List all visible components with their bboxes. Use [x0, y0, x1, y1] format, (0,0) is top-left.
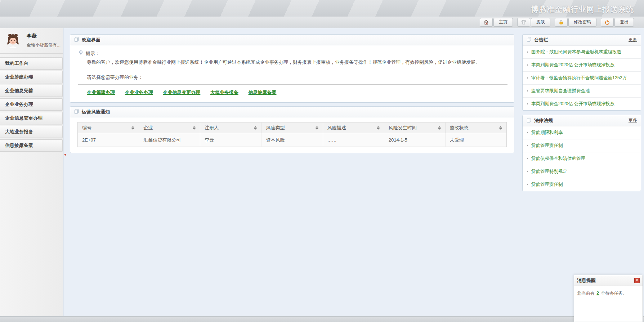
risk-table-cell: 汇鑫信贷有限公司 [139, 133, 200, 147]
law-link[interactable]: 贷款期限和利率 [531, 130, 563, 136]
laws-list: 贷款期限和利率 贷款管理责任制 贷款债权保全和清偿的管理 [523, 126, 641, 191]
announcement-link[interactable]: 国务院：鼓励民间资本参与金融机构重组改造 [531, 49, 621, 55]
law-item: 贷款管理责任制 [523, 178, 641, 191]
welcome-message: 尊敬的客户，欢迎您使用博腾准金融行业网上报送系统！企业用户可通过本系统完成企业事… [87, 59, 507, 66]
laws-header: 法律法规 更多 [523, 115, 641, 126]
left-sidebar: 李薇 金铭小贷股份有... 我的工作台 企业筹建办理 企业信息完善 企业业务办理… [0, 28, 63, 316]
laws-more-link[interactable]: 更多 [629, 117, 637, 124]
app-window: 博腾准金融行业网上报送系统 主页 皮肤 修改密码 登出 [0, 0, 644, 322]
top-nav-bar: 主页 皮肤 修改密码 登出 [0, 17, 644, 28]
pending-task-count-link[interactable]: 2 [596, 291, 599, 296]
business-link[interactable]: 大笔业务报备 [210, 90, 238, 95]
law-item: 贷款管理责任制 [523, 139, 641, 152]
business-link[interactable]: 企业筹建办理 [87, 90, 115, 95]
sidebar-menu-item[interactable]: 企业业务办理 [0, 98, 63, 111]
bullet-icon [527, 171, 528, 172]
announcement-link[interactable]: 监管要求限期自查理财资金池 [531, 88, 590, 94]
risk-column-header[interactable]: 企业 [139, 122, 200, 133]
task-text-after: 个待办任务。 [601, 291, 627, 296]
bullet-icon [527, 52, 528, 53]
law-link[interactable]: 贷款债权保全和清偿的管理 [531, 156, 585, 162]
lock-icon[interactable] [555, 18, 568, 27]
sidebar-menu-item[interactable]: 企业信息变更办理 [0, 112, 63, 124]
bullet-icon [527, 184, 528, 185]
content-area: 李薇 金铭小贷股份有... 我的工作台 企业筹建办理 企业信息完善 企业业务办理… [0, 28, 644, 316]
message-popup-title: 消息提醒 [577, 277, 596, 284]
risk-column-header[interactable]: 编号 [78, 122, 139, 133]
nav-logout-group: 登出 [601, 18, 634, 27]
nav-skin-group: 皮肤 [517, 18, 550, 27]
business-link[interactable]: 信息披露备案 [249, 90, 277, 95]
app-title: 博腾准金融行业网上报送系统 [531, 4, 634, 14]
risk-column-header[interactable]: 注册人 [200, 122, 261, 133]
tip-row: 提示： [78, 50, 507, 57]
sort-icon[interactable] [499, 126, 502, 130]
skin-icon[interactable] [517, 18, 530, 27]
announcement-item: 审计署：银监会预算执行不合规问题金额1252万 [523, 71, 641, 84]
document-icon [526, 117, 532, 124]
risk-column-header[interactable]: 风险发生时间 [384, 122, 445, 133]
sort-icon[interactable] [131, 126, 134, 130]
laws-panel: 法律法规 更多 贷款期限和利率 贷款管理责任制 [522, 115, 641, 191]
announcement-link[interactable]: 本周到期资金2020亿 公开市场或现净投放 [531, 101, 614, 107]
nav-home-button[interactable]: 主页 [493, 18, 513, 27]
nav-logout-button[interactable]: 登出 [614, 18, 634, 27]
home-icon[interactable] [480, 18, 493, 27]
sidebar-menu-item[interactable]: 企业信息完善 [0, 85, 63, 97]
close-icon[interactable]: ✕ [634, 278, 640, 283]
message-popup: 消息提醒 ✕ 您当前有 2 个待办任务。 [574, 275, 643, 322]
sidebar-menu-item[interactable]: 企业筹建办理 [0, 71, 63, 83]
sidebar-menu-item[interactable]: 大笔业务报备 [0, 126, 63, 138]
risk-panel-header: 运营风险通知 [70, 107, 514, 117]
task-text-before: 您当前有 [577, 291, 595, 296]
bullet-icon [527, 77, 528, 79]
document-icon [526, 37, 532, 43]
app-header: 博腾准金融行业网上报送系统 [0, 0, 644, 17]
bullet-icon [527, 132, 528, 133]
announcements-list: 国务院：鼓励民间资本参与金融机构重组改造 本周到期资金2020亿 公开市场或现净… [523, 45, 641, 110]
sort-icon[interactable] [193, 126, 196, 130]
sort-icon[interactable] [316, 126, 318, 130]
nav-password-group: 修改密码 [555, 18, 596, 27]
risk-column-header[interactable]: 整改状态 [445, 122, 506, 133]
risk-table: 编号 企业 [77, 122, 507, 147]
announcements-header: 公告栏 更多 [523, 35, 641, 45]
announcement-item: 本周到期资金2020亿 公开市场或现净投放 [523, 58, 641, 71]
choose-business-label: 请选择您需要办理的业务： [87, 74, 507, 81]
collapse-sidebar-icon[interactable]: ◄ [63, 153, 67, 156]
risk-column-header[interactable]: 风险描述 [323, 122, 384, 133]
risk-table-cell: 未受理 [445, 133, 506, 147]
law-link[interactable]: 贷款管理特别规定 [531, 169, 567, 175]
sort-icon[interactable] [438, 126, 441, 130]
announcement-item: 国务院：鼓励民间资本参与金融机构重组改造 [523, 45, 641, 58]
message-popup-header: 消息提醒 ✕ [574, 275, 643, 286]
tip-label: 提示： [86, 50, 100, 57]
sidebar-menu-item[interactable]: 我的工作台 [0, 57, 63, 70]
bullet-icon [527, 64, 528, 66]
announcements-title: 公告栏 [534, 37, 548, 43]
welcome-panel: 欢迎界面 提示： 尊敬的客户，欢迎您使用博腾准金融行业网上报送系统！企业用户可通… [70, 34, 514, 103]
sidebar-menu-item[interactable]: 信息披露备案 [0, 139, 63, 152]
bullet-icon [527, 90, 528, 91]
nav-skin-button[interactable]: 皮肤 [531, 18, 550, 27]
welcome-panel-header: 欢迎界面 [70, 35, 514, 45]
sort-icon[interactable] [254, 126, 257, 130]
announcement-link[interactable]: 本周到期资金2020亿 公开市场或现净投放 [531, 62, 614, 68]
sidebar-splitter[interactable]: ◄ [63, 28, 67, 316]
announcements-more-link[interactable]: 更多 [629, 37, 637, 43]
risk-table-cell: 李云 [200, 133, 261, 147]
announcements-panel: 公告栏 更多 国务院：鼓励民间资本参与金融机构重组改造 本周到期资金2020亿 … [522, 34, 641, 111]
user-avatar [4, 32, 22, 49]
business-link[interactable]: 企业信息变更办理 [163, 90, 200, 95]
risk-table-cell: …… [323, 133, 384, 147]
risk-column-header[interactable]: 风险类型 [261, 122, 323, 133]
nav-change-password-button[interactable]: 修改密码 [568, 18, 596, 27]
bullet-icon [527, 103, 528, 104]
law-link[interactable]: 贷款管理责任制 [531, 182, 563, 188]
bullet-icon [527, 145, 528, 146]
sort-icon[interactable] [377, 126, 380, 130]
business-link[interactable]: 企业业务办理 [125, 90, 153, 95]
power-icon[interactable] [601, 18, 614, 27]
announcement-link[interactable]: 审计署：银监会预算执行不合规问题金额1252万 [531, 75, 627, 81]
law-link[interactable]: 贷款管理责任制 [531, 143, 563, 149]
